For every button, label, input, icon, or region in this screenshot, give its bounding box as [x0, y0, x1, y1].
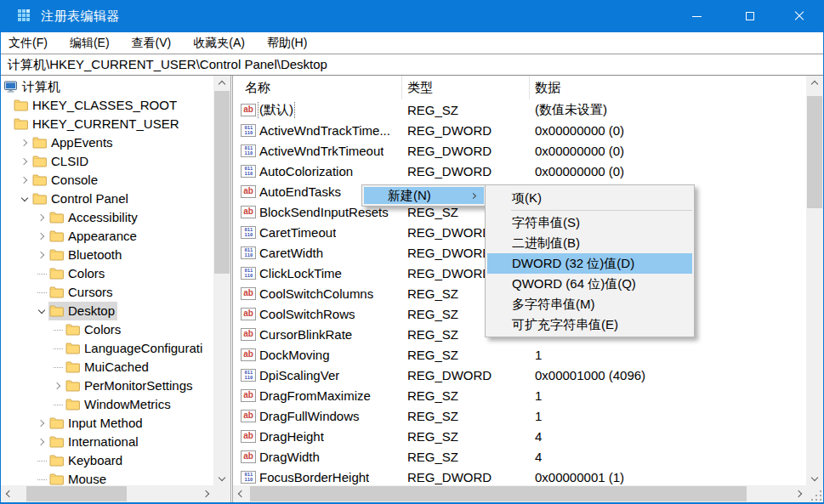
scroll-down-button[interactable]: [213, 471, 230, 485]
collapse-chevron-icon[interactable]: [18, 198, 31, 201]
tree-node[interactable]: WindowMetrics: [65, 395, 173, 414]
value-row[interactable]: 011110DpiScalingVerREG_DWORD0x00001000 (…: [233, 365, 806, 385]
tree-node[interactable]: Accessibility: [48, 208, 140, 227]
tree-horizontal-scrollbar[interactable]: [1, 485, 213, 502]
tree-item[interactable]: HKEY_CURRENT_USER: [1, 115, 213, 133]
tree-item[interactable]: Input Method: [1, 414, 213, 433]
expand-chevron-icon[interactable]: [35, 215, 48, 220]
minimize-button[interactable]: [677, 0, 716, 32]
scroll-down-button[interactable]: [806, 471, 823, 485]
column-header-type[interactable]: 类型: [402, 76, 530, 99]
tree-item[interactable]: Accessibility: [1, 208, 213, 227]
tree-node[interactable]: Colors: [65, 320, 123, 339]
menubar-item-1[interactable]: 编辑(E): [59, 32, 121, 54]
tree-item[interactable]: LanguageConfigurati: [1, 339, 213, 358]
tree-item[interactable]: Colors: [1, 320, 213, 339]
tree-hscroll-thumb[interactable]: [26, 486, 127, 501]
tree-node[interactable]: Cursors: [48, 283, 116, 302]
tree-item[interactable]: Control Panel: [1, 190, 213, 208]
menubar-item-4[interactable]: 帮助(H): [256, 32, 318, 54]
collapse-chevron-icon[interactable]: [35, 310, 48, 313]
tree-item[interactable]: HKEY_CLASSES_ROOT: [1, 96, 213, 115]
tree-item[interactable]: CLSID: [1, 152, 213, 171]
tree-vertical-scrollbar[interactable]: [213, 76, 230, 485]
value-row[interactable]: 011110AutoColorizationREG_DWORD0x0000000…: [233, 161, 806, 181]
tree-item[interactable]: Appearance: [1, 227, 213, 246]
expand-chevron-icon[interactable]: [18, 159, 31, 164]
resize-grip[interactable]: [810, 490, 821, 501]
tree-item[interactable]: PerMonitorSettings: [1, 377, 213, 395]
scroll-up-button[interactable]: [806, 76, 823, 90]
column-header-name[interactable]: 名称: [233, 76, 402, 99]
tree-item[interactable]: AppEvents: [1, 133, 213, 152]
menubar-item-2[interactable]: 查看(V): [121, 32, 183, 54]
tree-item[interactable]: Colors: [1, 264, 213, 283]
scroll-left-button[interactable]: [233, 485, 247, 502]
tree-node[interactable]: AppEvents: [31, 133, 116, 152]
tree-item[interactable]: Cursors: [1, 283, 213, 302]
tree-node[interactable]: Input Method: [48, 414, 145, 433]
expand-chevron-icon[interactable]: [35, 421, 48, 426]
address-bar[interactable]: 计算机\HKEY_CURRENT_USER\Control Panel\Desk…: [1, 54, 823, 76]
expand-chevron-icon[interactable]: [35, 252, 48, 258]
tree-node[interactable]: CLSID: [31, 152, 91, 171]
tree-item[interactable]: Bluetooth: [1, 246, 213, 264]
tree-vscroll-thumb[interactable]: [214, 91, 230, 274]
tree-node[interactable]: LanguageConfigurati: [65, 339, 205, 358]
scroll-right-button[interactable]: [199, 485, 213, 502]
menubar-item-0[interactable]: 文件(F): [1, 32, 59, 54]
tree-node[interactable]: HKEY_CLASSES_ROOT: [13, 96, 179, 115]
tree-node[interactable]: HKEY_CURRENT_USER: [13, 115, 182, 133]
tree-node[interactable]: MuiCached: [65, 358, 151, 377]
expand-chevron-icon[interactable]: [35, 439, 48, 445]
tree-item[interactable]: Console: [1, 171, 213, 190]
column-header-data[interactable]: 数据: [530, 76, 806, 99]
tree-item[interactable]: 计算机: [1, 77, 213, 96]
submenu-item-1[interactable]: 字符串值(S): [486, 212, 694, 233]
value-row[interactable]: 011110ActiveWndTrkTimeoutREG_DWORD0x0000…: [233, 140, 806, 161]
list-hscroll-thumb[interactable]: [250, 486, 747, 501]
tree-item[interactable]: MuiCached: [1, 358, 213, 377]
value-row[interactable]: abDragWidthREG_SZ4: [233, 446, 806, 467]
submenu-item-2[interactable]: 二进制值(B): [486, 233, 694, 253]
tree-item[interactable]: Keyboard: [1, 451, 213, 470]
maximize-button[interactable]: [730, 0, 770, 32]
value-row[interactable]: abDragFromMaximizeREG_SZ1: [233, 385, 806, 405]
expand-chevron-icon[interactable]: [18, 178, 31, 183]
submenu-item-6[interactable]: 可扩充字符串值(E): [486, 314, 694, 335]
tree-node[interactable]: Keyboard: [48, 451, 125, 470]
tree-node[interactable]: Bluetooth: [48, 246, 124, 264]
submenu-item-3[interactable]: DWORD (32 位)值(D): [487, 253, 692, 274]
value-row[interactable]: abDockMovingREG_SZ1: [233, 344, 806, 365]
menubar-item-3[interactable]: 收藏夹(A): [182, 32, 256, 54]
scroll-up-button[interactable]: [213, 76, 230, 90]
titlebar[interactable]: 注册表编辑器: [1, 0, 823, 32]
expand-chevron-icon[interactable]: [18, 140, 31, 145]
list-vscroll-thumb[interactable]: [807, 96, 822, 208]
list-vertical-scrollbar[interactable]: [806, 76, 823, 485]
menu-item-new[interactable]: 新建(N): [364, 187, 484, 204]
submenu-item-4[interactable]: QWORD (64 位)值(Q): [486, 274, 694, 294]
value-row[interactable]: abDragFullWindowsREG_SZ1: [233, 405, 806, 426]
scroll-left-button[interactable]: [1, 485, 15, 502]
tree-item[interactable]: International: [1, 433, 213, 451]
tree-node[interactable]: 计算机: [3, 77, 63, 96]
tree-item[interactable]: WindowMetrics: [1, 395, 213, 414]
value-row[interactable]: abDragHeightREG_SZ4: [233, 426, 806, 446]
submenu-item-0[interactable]: 项(K): [486, 188, 694, 208]
tree-item[interactable]: Desktop: [1, 302, 213, 320]
tree-node[interactable]: Mouse: [48, 470, 109, 485]
tree-node[interactable]: Control Panel: [31, 190, 131, 208]
submenu-item-5[interactable]: 多字符串值(M): [486, 294, 694, 314]
tree-node[interactable]: Colors: [48, 264, 107, 283]
value-row[interactable]: 011110FocusBorderHeightREG_DWORD0x000000…: [233, 467, 806, 485]
tree-node[interactable]: Appearance: [48, 227, 139, 246]
tree-item[interactable]: Mouse: [1, 470, 213, 485]
tree-node-selected[interactable]: Desktop: [48, 302, 117, 320]
expand-chevron-icon[interactable]: [51, 383, 65, 388]
tree-node[interactable]: Console: [31, 171, 100, 190]
tree-node[interactable]: PerMonitorSettings: [65, 377, 196, 395]
expand-chevron-icon[interactable]: [35, 234, 48, 239]
tree-node[interactable]: International: [48, 433, 141, 451]
value-row[interactable]: ab(默认)REG_SZ(数值未设置): [233, 99, 806, 120]
